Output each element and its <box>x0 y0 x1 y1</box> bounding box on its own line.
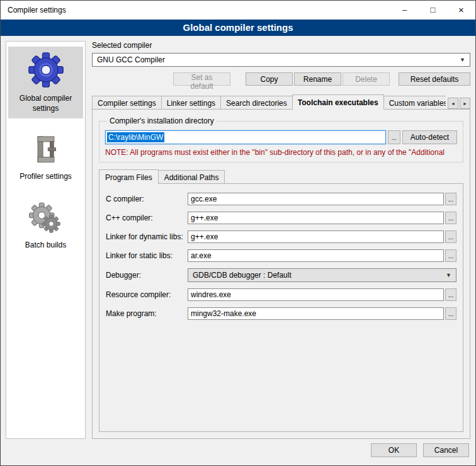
tab-custom-variables[interactable]: Custom variables <box>384 96 446 110</box>
compiler-actions: Set as default Copy Rename Delete Reset … <box>92 72 470 86</box>
selected-compiler-value: GNU GCC Compiler <box>97 55 458 64</box>
form-row-debugger: Debugger: GDB/CDB debugger : Default ▼ <box>106 268 456 282</box>
browse-resource-compiler-button[interactable]: ... <box>445 288 456 301</box>
resource-compiler-label: Resource compiler: <box>106 290 188 299</box>
window-title: Compiler settings <box>1 6 390 14</box>
settings-tabstrip: Compiler settings Linker settings Search… <box>92 94 470 110</box>
dialog-footer: OK Cancel <box>1 441 475 465</box>
main-content: Selected compiler GNU GCC Compiler ▼ Set… <box>92 41 470 439</box>
installation-directory-value: C:\raylib\MinGW <box>107 132 164 142</box>
sidebar-item-label: Global compiler settings <box>9 94 82 113</box>
rename-button[interactable]: Rename <box>294 72 341 86</box>
bin-subdirectory-note: NOTE: All programs must exist either in … <box>105 148 457 157</box>
form-row-cpp-compiler: C++ compiler: ... <box>106 212 456 224</box>
resource-compiler-input[interactable] <box>188 288 444 301</box>
browse-cpp-compiler-button[interactable]: ... <box>445 212 456 224</box>
tab-search-directories[interactable]: Search directories <box>221 96 293 110</box>
c-compiler-label: C compiler: <box>106 195 188 203</box>
browse-make-program-button[interactable]: ... <box>445 307 456 320</box>
toolchain-executables-panel: Compiler's installation directory C:\ray… <box>92 109 470 439</box>
chevron-down-icon: ▼ <box>444 272 453 278</box>
ok-button[interactable]: OK <box>371 443 417 457</box>
reset-defaults-button[interactable]: Reset defaults <box>399 72 470 86</box>
gray-gears-icon <box>29 201 63 236</box>
profiler-tool-icon <box>30 132 62 168</box>
blue-gear-icon <box>28 50 64 89</box>
browse-c-compiler-button[interactable]: ... <box>445 193 456 205</box>
sidebar-item-global-compiler-settings[interactable]: Global compiler settings <box>8 47 83 118</box>
c-compiler-input[interactable] <box>188 193 444 205</box>
subtab-additional-paths[interactable]: Additional Paths <box>159 170 225 184</box>
form-row-make-program: Make program: ... <box>106 307 456 320</box>
settings-sidebar: Global compiler settings Profiler settin… <box>6 41 86 439</box>
static-linker-label: Linker for static libs: <box>106 251 188 260</box>
sidebar-item-batch-builds[interactable]: Batch builds <box>8 197 83 256</box>
tab-linker-settings[interactable]: Linker settings <box>162 96 221 110</box>
maximize-button[interactable]: □ <box>419 1 447 20</box>
form-row-resource-compiler: Resource compiler: ... <box>106 288 456 301</box>
tab-scroll-left-icon[interactable]: ◄ <box>448 98 458 109</box>
browse-static-linker-button[interactable]: ... <box>445 249 456 262</box>
make-program-input[interactable] <box>188 307 444 320</box>
sidebar-item-profiler-settings[interactable]: Profiler settings <box>8 128 83 187</box>
program-files-panel: C compiler: ... C++ compiler: ... Linker… <box>99 183 463 432</box>
close-button[interactable]: × <box>447 1 475 20</box>
auto-detect-button[interactable]: Auto-detect <box>402 130 457 144</box>
debugger-dropdown[interactable]: GDB/CDB debugger : Default ▼ <box>188 268 456 282</box>
minimize-button[interactable]: – <box>390 1 419 20</box>
static-linker-input[interactable] <box>188 249 444 262</box>
tab-scroll-right-icon[interactable]: ► <box>460 98 470 109</box>
sidebar-item-label: Batch builds <box>25 241 66 251</box>
selected-compiler-dropdown[interactable]: GNU GCC Compiler ▼ <box>92 53 470 67</box>
titlebar[interactable]: Compiler settings – □ × <box>1 1 475 20</box>
browse-dynamic-linker-button[interactable]: ... <box>445 230 456 243</box>
sidebar-item-label: Profiler settings <box>20 172 72 182</box>
form-row-dynamic-linker: Linker for dynamic libs: ... <box>106 230 456 243</box>
chevron-down-icon: ▼ <box>458 57 467 63</box>
installation-directory-group-title: Compiler's installation directory <box>107 116 217 125</box>
copy-button[interactable]: Copy <box>246 72 293 86</box>
delete-button[interactable]: Delete <box>343 72 390 86</box>
dynamic-linker-label: Linker for dynamic libs: <box>106 232 188 241</box>
tab-compiler-settings[interactable]: Compiler settings <box>92 96 162 110</box>
tab-toolchain-executables[interactable]: Toolchain executables <box>292 94 384 110</box>
toolchain-subtabs: Program Files Additional Paths <box>99 169 463 184</box>
cpp-compiler-label: C++ compiler: <box>106 213 188 222</box>
form-row-static-linker: Linker for static libs: ... <box>106 249 456 262</box>
tab-scroll-controls: ◄ ► <box>448 98 470 110</box>
set-as-default-button[interactable]: Set as default <box>173 72 230 86</box>
make-program-label: Make program: <box>106 309 188 318</box>
installation-directory-group: Compiler's installation directory C:\ray… <box>99 116 463 162</box>
tabs-viewport: Compiler settings Linker settings Search… <box>92 94 446 110</box>
compiler-settings-window: Compiler settings – □ × Global compiler … <box>0 0 476 466</box>
cpp-compiler-input[interactable] <box>188 212 444 224</box>
page-title: Global compiler settings <box>1 20 475 36</box>
debugger-value: GDB/CDB debugger : Default <box>193 271 444 280</box>
debugger-label: Debugger: <box>106 271 188 280</box>
form-row-c-compiler: C compiler: ... <box>106 193 456 205</box>
dialog-body: Global compiler settings Profiler settin… <box>1 36 475 441</box>
cancel-button[interactable]: Cancel <box>423 443 469 457</box>
installation-directory-input[interactable]: C:\raylib\MinGW <box>105 130 386 144</box>
dynamic-linker-input[interactable] <box>188 230 444 243</box>
selected-compiler-label: Selected compiler <box>92 41 470 50</box>
installation-directory-row: C:\raylib\MinGW ... Auto-detect <box>105 130 457 144</box>
subtab-program-files[interactable]: Program Files <box>99 169 159 184</box>
browse-directory-button[interactable]: ... <box>388 130 400 144</box>
